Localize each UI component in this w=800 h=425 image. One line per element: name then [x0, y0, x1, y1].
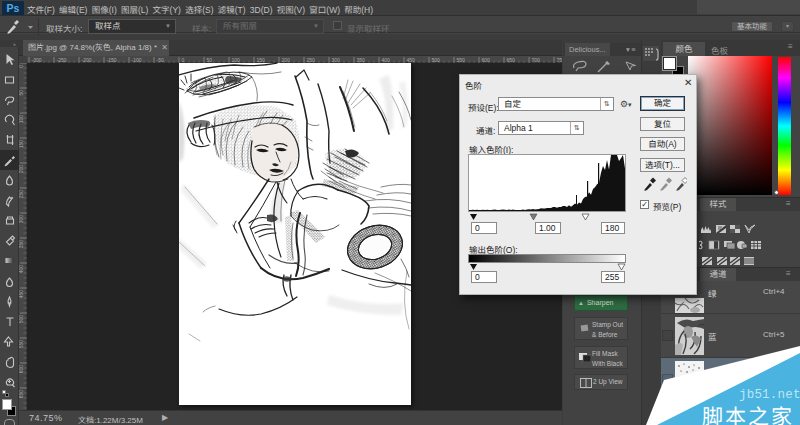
svg-text:600: 600 [19, 365, 24, 374]
svg-text:100: 100 [19, 115, 24, 124]
svg-text:0: 0 [19, 65, 24, 68]
svg-text:-200: -200 [82, 57, 92, 63]
svg-text:600: 600 [482, 57, 491, 63]
svg-text:200: 200 [282, 57, 291, 63]
svg-text:550: 550 [457, 57, 466, 63]
svg-text:300: 300 [19, 215, 24, 224]
svg-text:50: 50 [19, 90, 24, 96]
svg-text:500: 500 [19, 315, 24, 324]
svg-text:-300: -300 [32, 57, 42, 63]
svg-text:650: 650 [507, 57, 516, 63]
svg-text:0: 0 [182, 57, 185, 63]
svg-text:-250: -250 [57, 57, 67, 63]
svg-text:750: 750 [557, 57, 563, 63]
svg-text:-50: -50 [157, 57, 164, 63]
svg-text:250: 250 [19, 190, 24, 199]
svg-text:50: 50 [207, 57, 213, 63]
svg-text:650: 650 [19, 390, 24, 399]
svg-text:400: 400 [19, 265, 24, 274]
svg-text:150: 150 [257, 57, 266, 63]
svg-text:350: 350 [19, 240, 24, 249]
svg-text:100: 100 [232, 57, 241, 63]
svg-text:150: 150 [19, 140, 24, 149]
svg-text:400: 400 [382, 57, 391, 63]
svg-text:450: 450 [19, 290, 24, 299]
svg-text:-100: -100 [132, 57, 142, 63]
svg-text:300: 300 [332, 57, 341, 63]
svg-text:550: 550 [19, 340, 24, 349]
svg-text:450: 450 [407, 57, 416, 63]
svg-text:350: 350 [357, 57, 366, 63]
svg-text:250: 250 [307, 57, 316, 63]
svg-text:-150: -150 [107, 57, 117, 63]
svg-text:200: 200 [19, 165, 24, 174]
svg-text:700: 700 [532, 57, 541, 63]
svg-text:500: 500 [432, 57, 441, 63]
